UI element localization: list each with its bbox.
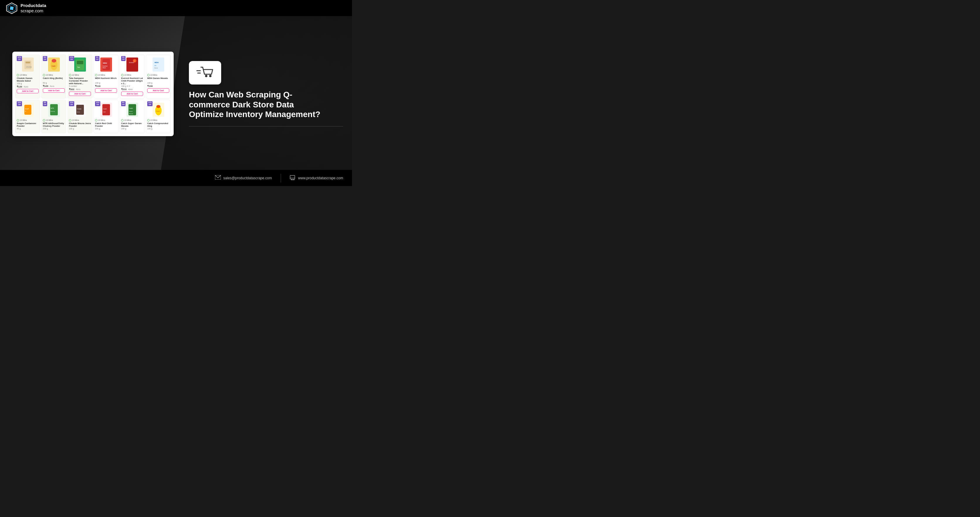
clock-icon [95, 74, 97, 76]
product-img-shape: Catch [153, 103, 164, 117]
svg-point-47 [209, 75, 212, 77]
original-price: ₹141 [50, 85, 54, 87]
product-name: Everest Kashmiri Lal Chilli Powder 100gm… [121, 77, 143, 85]
product-weight: 100 g [147, 128, 169, 130]
product-name: Snapin Cardamom Powder [17, 122, 39, 127]
product-name: MDH Garam Masala [147, 77, 169, 81]
delivery-time: 13 Mins [17, 119, 39, 121]
product-weight: 200 g [43, 128, 65, 130]
product-weight: 3 combo [69, 85, 91, 87]
product-img-shape: CatchChilli [100, 103, 112, 117]
left-panel: 20%Off chukde 13 Mins Chukde Garam Masal… [0, 16, 183, 170]
original-price: ₹160 [24, 86, 29, 88]
svg-text:IN: IN [25, 111, 26, 112]
product-image: MDH100Garam [147, 57, 169, 73]
svg-text:Chukde: Chukde [77, 108, 81, 110]
product-card: 4%Off Everest2 13 Mins Everest Kashmiri … [120, 54, 145, 99]
svg-rect-24 [24, 105, 31, 115]
product-img-shape: MDH100Garam [153, 57, 164, 72]
discount-badge: 4%Off [121, 56, 126, 61]
product-card: MDH100Garam 13 Mins MDH Garam Masala 100… [146, 54, 171, 99]
logo-icon [6, 2, 18, 14]
product-weight: 200 g [95, 128, 117, 130]
delivery-time: 13 Mins [43, 119, 65, 121]
product-weight: 100 g X 2 [121, 85, 143, 87]
product-price: ₹322 ₹371 [69, 88, 91, 91]
original-price: ₹300 [128, 88, 133, 91]
product-name: Catch Compounded Hing [147, 122, 169, 127]
clock-icon [43, 74, 45, 76]
logo: Productdata scrape.com [6, 2, 46, 14]
svg-text:Chutney: Chutney [51, 111, 55, 112]
add-to-cart-button[interactable]: Add to Cart [121, 92, 143, 96]
footer-email: sales@productdatascrape.com [215, 175, 272, 181]
discount-badge: 10%Off [69, 101, 74, 107]
clock-icon [147, 119, 150, 121]
product-weight: 45 g [17, 128, 39, 130]
clock-icon [17, 119, 19, 121]
product-card: 13%Off Tata 12 Mins Tata Sampann Coriand… [67, 54, 92, 99]
product-card: 9%Off Catch 13 Mins Catch Hing (Bottle) … [41, 54, 66, 99]
add-to-cart-button[interactable]: Add to Cart [43, 88, 65, 93]
svg-text:MTR: MTR [51, 107, 54, 109]
delivery-time: 12 Mins [69, 74, 91, 76]
svg-rect-30 [76, 105, 84, 115]
add-to-cart-button[interactable]: Add to Cart [69, 92, 91, 96]
product-img-shape: Catch [48, 57, 60, 72]
product-weight: 100 g [69, 128, 91, 130]
product-card: 14%Off Catch 13 Mins Catch Compounded Hi… [146, 100, 171, 133]
website-text: www.productdatascrape.com [298, 176, 343, 180]
svg-rect-49 [290, 175, 295, 179]
product-card: 19%Off SNAPIN 13 Mins Snapin Cardamom Po… [15, 100, 40, 133]
product-name: MDH Kashmiri Mirch [95, 77, 117, 81]
svg-text:Jeera: Jeera [77, 111, 80, 113]
product-img-shape: CatchGaramMasala [126, 103, 138, 117]
svg-point-41 [156, 105, 161, 108]
svg-rect-4 [25, 62, 30, 64]
discount-badge: 6%Off [43, 101, 47, 107]
clock-icon [121, 119, 124, 121]
product-card: 10%Off CatchChilli 13 Mins Catch Red Chi… [94, 100, 118, 133]
product-grid: 20%Off chukde 13 Mins Chukde Garam Masal… [15, 54, 171, 133]
svg-text:SNAP: SNAP [25, 108, 29, 110]
email-icon [215, 175, 221, 181]
clock-icon [17, 74, 19, 76]
header: Productdata scrape.com [0, 0, 352, 16]
delivery-time: 13 Mins [147, 119, 169, 121]
svg-rect-2 [10, 6, 14, 10]
product-card: 20%Off chukde 13 Mins Chukde Garam Masal… [15, 54, 40, 99]
svg-point-7 [52, 59, 56, 62]
product-img-shape: Tata [74, 57, 86, 72]
product-name: Catch Super Garam Masala [121, 122, 143, 127]
product-name: Catch Hing (Bottle) [43, 77, 65, 81]
discount-badge: 13%Off [69, 56, 74, 61]
product-card: 6%Off MTRChutney 13 Mins MTR Idli/Dosa/C… [41, 100, 66, 133]
svg-text:Masala: Masala [129, 113, 133, 115]
delivery-time: 13 Mins [121, 119, 143, 121]
add-to-cart-button[interactable]: Add to Cart [95, 88, 117, 93]
svg-text:chukde: chukde [26, 66, 32, 68]
svg-rect-10 [77, 61, 83, 64]
product-img-shape: Everest2 [126, 57, 138, 72]
delivery-time: 13 Mins [121, 74, 143, 76]
email-text: sales@productdatascrape.com [223, 176, 272, 180]
footer: sales@productdatascrape.com www.productd… [0, 170, 352, 186]
product-name: Catch Red Chilli Powder [95, 122, 117, 127]
product-weight: 50 g [43, 82, 65, 84]
add-to-cart-button[interactable]: Add to Cart [147, 88, 169, 93]
product-name: Tata Sampann Coriander Powder with Natur… [69, 77, 91, 85]
clock-icon [69, 74, 71, 76]
original-price: ₹371 [76, 88, 81, 91]
add-to-cart-button[interactable]: Add to Cart [17, 89, 39, 93]
svg-text:Tata: Tata [77, 66, 80, 68]
clock-icon [95, 119, 97, 121]
delivery-time: 13 Mins [147, 74, 169, 76]
product-img-shape: SNAPIN [22, 103, 34, 117]
right-panel: How Can Web Scraping Q-commerce Dark Sto… [183, 16, 352, 170]
svg-text:Garam: Garam [154, 67, 158, 68]
product-name: Chukde Bhuna Jeera Powder [69, 122, 91, 127]
delivery-time: 13 Mins [17, 74, 39, 76]
product-card: 4%Off MDHKashmirMirch 13 Mins MDH Kashmi… [94, 54, 118, 99]
clock-icon [43, 119, 45, 121]
product-name: Chukde Garam Masala Sabut [17, 77, 39, 82]
